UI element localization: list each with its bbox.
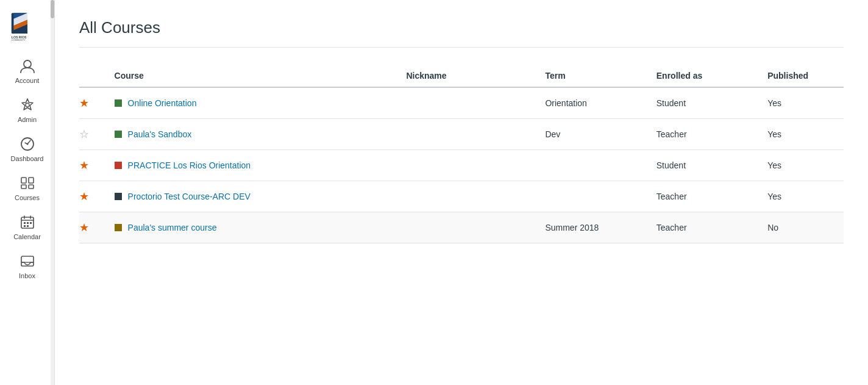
sidebar-item-admin-label: Admin [18,116,37,123]
term-cell: Dev [538,119,649,150]
term-cell: Orientation [538,87,649,119]
course-name-link[interactable]: PRACTICE Los Rios Orientation [128,160,251,170]
star-button[interactable]: ★ [79,222,89,233]
nickname-cell [399,150,538,181]
col-nickname-header: Nickname [399,66,538,87]
calendar-icon [19,214,36,231]
col-published-header: Published [760,66,844,87]
term-cell: Summer 2018 [538,212,649,243]
sidebar-item-courses[interactable]: Courses [0,168,54,207]
admin-icon [19,96,36,113]
enrolled-as-cell: Teacher [649,119,760,150]
logo-image: LOS RIOS COMMUNITY [9,6,46,43]
svg-rect-25 [21,262,34,266]
table-row: ★Proctorio Test Course-ARC DEVTeacherYes [79,181,844,212]
course-name-link[interactable]: Paula's summer course [128,223,217,232]
course-color-indicator [115,162,122,169]
published-cell: Yes [760,119,844,150]
svg-point-7 [24,60,31,68]
course-name-cell: Paula's summer course [107,212,399,243]
sidebar-item-dashboard[interactable]: Dashboard [0,129,54,168]
nickname-cell [399,212,538,243]
star-button[interactable]: ★ [79,160,89,171]
published-cell: No [760,212,844,243]
courses-table: Course Nickname Term Enrolled as Publish… [79,66,844,243]
star-cell: ★ [79,150,107,181]
nickname-cell [399,181,538,212]
star-cell: ★ [79,87,107,119]
course-color-indicator [115,224,122,231]
inbox-icon [19,253,36,270]
course-color-indicator [115,193,122,200]
col-enrolled-header: Enrolled as [649,66,760,87]
sidebar-item-dashboard-label: Dashboard [11,155,44,162]
col-course-header: Course [107,66,399,87]
svg-rect-14 [29,185,34,189]
sidebar: LOS RIOS COMMUNITY Account Admin [0,0,55,385]
sidebar-item-admin[interactable]: Admin [0,90,54,129]
svg-text:COMMUNITY: COMMUNITY [11,39,26,41]
published-cell: Yes [760,181,844,212]
dashboard-icon [19,135,36,153]
table-row: ★Paula's summer courseSummer 2018Teacher… [79,212,844,243]
sidebar-item-calendar[interactable]: Calendar [0,207,54,246]
account-icon [19,57,36,74]
svg-point-8 [26,103,29,107]
sidebar-item-inbox[interactable]: Inbox [0,246,54,286]
sidebar-item-account[interactable]: Account [0,51,54,90]
course-name-link[interactable]: Paula's Sandbox [128,129,192,139]
logo: LOS RIOS COMMUNITY [3,0,52,49]
svg-rect-13 [21,185,26,189]
sidebar-item-courses-label: Courses [15,194,40,201]
enrolled-as-cell: Teacher [649,212,760,243]
svg-rect-22 [24,225,26,227]
course-name-link[interactable]: Proctorio Test Course-ARC DEV [128,192,251,201]
title-divider [79,47,844,48]
sidebar-item-calendar-label: Calendar [13,233,41,240]
svg-rect-21 [30,222,32,224]
star-cell: ★ [79,212,107,243]
table-header-row: Course Nickname Term Enrolled as Publish… [79,66,844,87]
course-name-link[interactable]: Online Orientation [128,98,197,108]
published-cell: Yes [760,87,844,119]
course-name-cell: Proctorio Test Course-ARC DEV [107,181,399,212]
svg-rect-12 [29,178,34,183]
term-cell [538,181,649,212]
page-title: All Courses [79,18,844,37]
star-button[interactable]: ☆ [79,129,89,140]
table-row: ☆Paula's SandboxDevTeacherYes [79,119,844,150]
col-term-header: Term [538,66,649,87]
course-color-indicator [115,131,122,138]
svg-point-10 [26,143,28,145]
star-button[interactable]: ★ [79,191,89,202]
table-row: ★Online OrientationOrientationStudentYes [79,87,844,119]
sidebar-item-inbox-label: Inbox [19,272,35,279]
table-row: ★PRACTICE Los Rios OrientationStudentYes [79,150,844,181]
scrollbar-thumb[interactable] [51,0,54,18]
term-cell [538,150,649,181]
courses-icon [19,175,36,192]
sidebar-item-account-label: Account [15,77,40,84]
nickname-cell [399,119,538,150]
nickname-cell [399,87,538,119]
svg-rect-20 [27,222,29,224]
main-content: All Courses Course Nickname Term Enrolle… [55,0,868,385]
course-name-cell: Online Orientation [107,87,399,119]
enrolled-as-cell: Teacher [649,181,760,212]
star-cell: ☆ [79,119,107,150]
published-cell: Yes [760,150,844,181]
scrollbar[interactable] [51,0,54,385]
enrolled-as-cell: Student [649,150,760,181]
svg-rect-11 [21,178,26,183]
svg-rect-19 [24,222,26,224]
course-color-indicator [115,99,122,107]
star-cell: ★ [79,181,107,212]
course-name-cell: Paula's Sandbox [107,119,399,150]
enrolled-as-cell: Student [649,87,760,119]
svg-rect-23 [27,225,29,227]
course-name-cell: PRACTICE Los Rios Orientation [107,150,399,181]
star-button[interactable]: ★ [79,98,89,109]
col-star-header [79,66,107,87]
svg-text:LOS RIOS: LOS RIOS [11,35,26,39]
